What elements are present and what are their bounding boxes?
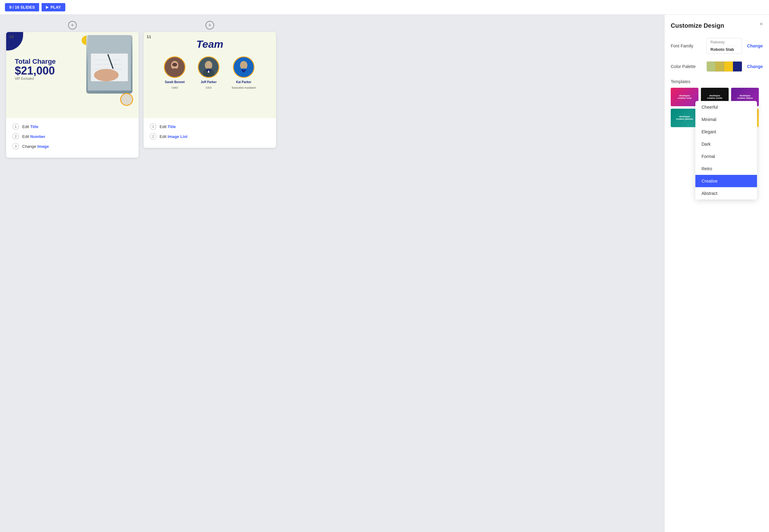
play-label: PLAY [51,5,61,10]
font-family-label: Font Family [671,43,702,48]
slide-card-10[interactable]: 10 [6,32,139,158]
dropdown-item-cheerful[interactable]: Cheerful [695,101,757,113]
avatar-jeff [198,56,219,78]
slide10-orange-circle [120,93,133,106]
team-member-jeff: Jeff Parker CEO [198,56,219,89]
dropdown-item-creative[interactable]: Creative [695,175,757,187]
dropdown-item-abstract[interactable]: Abstract [695,187,757,199]
hint-11-2-text: Edit Image List [160,134,187,139]
color-swatch-1 [707,62,715,71]
avatar-jeff-img [199,57,218,77]
hint-11-2: 2 Edit Image List [150,133,270,140]
font-box: Raleway Roboto Slab [706,38,742,54]
slides-area: + 10 [0,15,664,532]
hint-11-2-number: 2 [150,133,156,140]
slide11-content: Team [144,32,276,118]
hint-10-1: 1 Edit Title [12,123,132,130]
slide10-photo [86,35,132,94]
pen-writing-visual [88,35,131,91]
slide-number-11: 11 [147,34,151,39]
color-swatch-4 [733,62,742,71]
dropdown-item-minimal[interactable]: Minimal [695,113,757,126]
dropdown-item-dark[interactable]: Dark [695,138,757,150]
hint-10-1-text: Edit Title [22,124,38,129]
team-member-kai: Kai Parker Executive Assistant [232,56,256,89]
slide10-dark-shape [6,32,23,50]
right-panel: Customize Design × Font Family Raleway R… [664,15,769,532]
avatar-kai-img [234,57,253,77]
slide-number-10: 10 [9,34,14,39]
color-swatches[interactable] [706,61,742,72]
hint-11-1-link[interactable]: Title [168,124,176,129]
font-change-link[interactable]: Change [747,43,763,48]
member-sarah-name: Sarah Bennet [165,80,184,84]
template-milano-label: decktopuscreative milano [736,93,754,101]
member-jeff-role: CEO [205,86,212,89]
slide-counter: 9 / 16 SLIDES [5,3,39,11]
member-jeff-name: Jeff Parker [200,80,216,84]
slide-wrapper-10: + 10 [6,21,139,158]
hint-10-1-link[interactable]: Title [30,124,38,129]
hint-10-2-number: 2 [12,133,19,140]
hint-11-1: 1 Edit Title [150,123,270,130]
play-icon [46,6,49,9]
font-box-top: Raleway [710,40,738,46]
color-palette-label: Color Palette [671,64,702,69]
hint-10-2-text: Edit Number [22,134,45,139]
slide11-edit-hints: 1 Edit Title 2 Edit Image List [144,118,276,148]
color-swatch-2 [715,62,724,71]
avatar-sarah [164,56,185,78]
template-rome-label: decktopuscreative rome [676,93,693,101]
member-kai-name: Kai Parker [236,80,251,84]
svg-point-11 [172,63,177,67]
slide-preview-11: 11 Team [144,32,276,118]
svg-point-13 [205,61,212,70]
main-area: + 10 [0,15,769,532]
color-swatch-3 [724,62,733,71]
member-sarah-role: CMO [172,86,178,89]
svg-point-18 [240,61,247,70]
slide-wrapper-11: + 11 Team [144,21,276,148]
font-family-row: Font Family Raleway Roboto Slab Change [671,38,763,54]
slide10-photo-inner [86,35,132,94]
slide-card-11[interactable]: 11 Team [144,32,276,148]
hint-10-3-number: 3 [12,143,19,150]
team-member-sarah: Sarah Bennet CMO [164,56,185,89]
add-slide-before-11[interactable]: + [205,21,214,30]
slide10-content: Total Charge $21,000 VAT Excluded [6,32,139,118]
dropdown-item-retro[interactable]: Retro [695,163,757,175]
dropdown-item-formal[interactable]: Formal [695,150,757,163]
member-kai-role: Executive Assistant [232,86,256,89]
slide11-team-members: Sarah Bennet CMO [150,56,270,89]
svg-rect-16 [208,71,209,73]
avatar-sarah-img [165,57,184,77]
dropdown-item-elegant[interactable]: Elegant [695,126,757,138]
avatar-kai [233,56,254,78]
hint-10-3-link[interactable]: Image [37,144,49,149]
play-button[interactable]: PLAY [42,3,65,11]
hint-10-3: 3 Change Image [12,143,132,150]
template-palermo[interactable]: decktopuscreative palermo [671,109,698,127]
color-palette-row: Color Palette Change [671,61,763,72]
close-button[interactable]: × [759,21,763,27]
hint-10-3-text: Change Image [22,144,49,149]
hint-10-2: 2 Edit Number [12,133,132,140]
hint-11-1-number: 1 [150,123,156,130]
font-box-bottom: Roboto Slab [710,47,738,52]
template-seville-label: decktopuscreative seville [706,93,724,101]
slide-preview-10: 10 [6,32,139,118]
template-rome[interactable]: decktopuscreative rome [671,88,698,106]
add-slide-before-10[interactable]: + [68,21,77,30]
svg-point-5 [94,69,119,81]
hint-11-2-link[interactable]: Image List [168,134,187,139]
hint-10-2-link[interactable]: Number [30,134,45,139]
panel-title: Customize Design [671,22,763,29]
slides-row: + 10 [6,21,664,158]
hint-10-1-number: 1 [12,123,19,130]
slide11-team-title: Team [150,38,270,50]
templates-label: Templates [671,79,763,84]
hint-11-1-text: Edit Title [160,124,176,129]
template-dropdown: Cheerful Minimal Elegant Dark Formal Ret… [695,101,757,199]
color-change-link[interactable]: Change [747,64,763,69]
slide10-edit-hints: 1 Edit Title 2 Edit Number 3 Change Imag… [6,118,139,158]
